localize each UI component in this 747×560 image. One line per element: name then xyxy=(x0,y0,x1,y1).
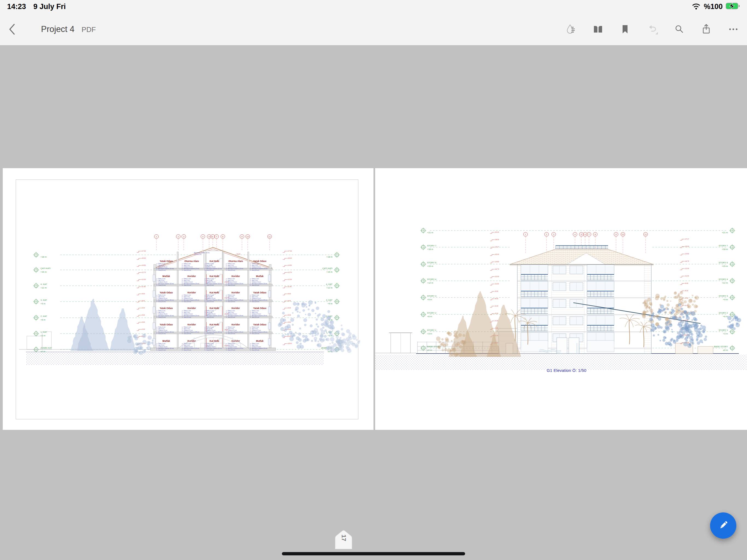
svg-text:ÇATI KATI: ÇATI KATI xyxy=(41,267,51,270)
two-page-view-button[interactable] xyxy=(592,23,604,35)
svg-text:STORY 6: STORY 6 xyxy=(719,261,728,264)
svg-text:Yatak Odası: Yatak Odası xyxy=(160,291,173,294)
svg-text:Koridor: Koridor xyxy=(187,275,196,278)
svg-text:+3 m: +3 m xyxy=(41,334,45,337)
svg-text:Şap (3 cm): Şap (3 cm) xyxy=(206,265,213,266)
svg-text:Sıva (2.5 cm): Sıva (2.5 cm) xyxy=(158,270,166,271)
svg-text:Kat Holü: Kat Holü xyxy=(210,339,219,342)
svg-text:Parke (1 cm): Parke (1 cm) xyxy=(158,263,165,264)
title-group: Project 4 PDF xyxy=(41,24,96,34)
svg-text:4: 4 xyxy=(574,233,576,236)
more-button[interactable] xyxy=(727,23,740,35)
share-button[interactable] xyxy=(700,23,713,35)
svg-text:2. KAT: 2. KAT xyxy=(41,315,47,317)
svg-text:Şap (3 cm): Şap (3 cm) xyxy=(206,312,213,313)
svg-text:Şap (3 cm): Şap (3 cm) xyxy=(252,345,258,346)
svg-text:İzolasyon (5 cm): İzolasyon (5 cm) xyxy=(206,298,216,299)
svg-text:7: 7 xyxy=(216,235,217,238)
svg-text:STORY 3: STORY 3 xyxy=(719,295,728,297)
home-indicator[interactable] xyxy=(282,552,465,555)
svg-text:Şap (3 cm): Şap (3 cm) xyxy=(184,265,190,266)
svg-text:5: 5 xyxy=(209,235,210,238)
svg-text:İzolasyon (5 cm): İzolasyon (5 cm) xyxy=(252,330,261,331)
svg-text:Mutfak: Mutfak xyxy=(256,275,264,278)
svg-text:Parke (1 cm): Parke (1 cm) xyxy=(158,295,165,296)
svg-text:STORY 3: STORY 3 xyxy=(427,295,436,297)
svg-text:Betonarme Döşeme (15 cm): Betonarme Döşeme (15 cm) xyxy=(206,283,222,284)
document-title: Project 4 xyxy=(41,24,74,34)
chevron-left-icon xyxy=(8,32,16,36)
svg-text:Betonarme Döşeme (15 cm): Betonarme Döşeme (15 cm) xyxy=(184,283,199,284)
svg-text:+18.00: +18.00 xyxy=(236,253,240,255)
pdf-page-left[interactable]: 1234567891011+18 m+18 mÇATI KATI+15 mÇAT… xyxy=(3,168,374,430)
svg-text:Betonarme Döşeme (15 cm): Betonarme Döşeme (15 cm) xyxy=(206,299,222,301)
bookmark-button[interactable] xyxy=(619,23,632,35)
status-left: 14:23 9 July Fri xyxy=(7,2,66,11)
svg-text:Sıva (2.5 cm): Sıva (2.5 cm) xyxy=(158,333,166,334)
svg-text:Betonarme Döşeme (15 cm): Betonarme Döşeme (15 cm) xyxy=(252,268,267,269)
svg-text:Betonarme Döşeme (15 cm): Betonarme Döşeme (15 cm) xyxy=(184,331,199,333)
status-time: 14:23 xyxy=(7,2,26,11)
svg-text:Şap (3 cm): Şap (3 cm) xyxy=(184,280,190,281)
svg-text:STORY 7: STORY 7 xyxy=(427,245,436,247)
svg-text:+8.00: +8.00 xyxy=(494,298,498,299)
pdf-page-right[interactable]: 1234567891011+21 m+21 mSTORY 7+18 mSTORY… xyxy=(375,168,747,430)
elevation-drawing: 1234567891011+21 m+21 mSTORY 7+18 mSTORY… xyxy=(375,168,747,430)
svg-text:Sıva (2.5 cm): Sıva (2.5 cm) xyxy=(228,350,235,351)
svg-text:Betonarme Döşeme (15 cm): Betonarme Döşeme (15 cm) xyxy=(184,315,199,316)
svg-text:Şap (3 cm): Şap (3 cm) xyxy=(228,312,234,313)
wifi-icon xyxy=(692,2,701,11)
svg-text:Sıva (2.5 cm): Sıva (2.5 cm) xyxy=(158,285,166,286)
svg-text:Sıva (2.5 cm): Sıva (2.5 cm) xyxy=(252,350,259,351)
svg-text:+15.00: +15.00 xyxy=(494,253,499,255)
svg-text:Sıva (2.5 cm): Sıva (2.5 cm) xyxy=(158,316,166,318)
svg-text:Sıva (2.5 cm): Sıva (2.5 cm) xyxy=(228,301,235,302)
svg-text:STORY 4: STORY 4 xyxy=(427,278,436,281)
svg-text:Şap (3 cm): Şap (3 cm) xyxy=(252,265,258,266)
svg-text:3. KAT: 3. KAT xyxy=(41,299,47,301)
svg-text:±0 m: ±0 m xyxy=(723,349,728,351)
svg-text:+3 m: +3 m xyxy=(427,332,432,335)
svg-text:Sıva (2.5 cm): Sıva (2.5 cm) xyxy=(228,316,235,318)
svg-text:Betonarme Döşeme (15 cm): Betonarme Döşeme (15 cm) xyxy=(158,268,174,269)
more-icon xyxy=(727,32,740,36)
svg-text:Betonarme Döşeme (15 cm): Betonarme Döşeme (15 cm) xyxy=(158,283,174,284)
svg-text:±0 m: ±0 m xyxy=(427,349,432,351)
search-button[interactable] xyxy=(673,23,686,35)
section-drawing: 1234567891011+18 m+18 mÇATI KATI+15 mÇAT… xyxy=(3,168,374,430)
svg-text:+12.70: +12.70 xyxy=(685,260,689,262)
undo-button[interactable] xyxy=(646,23,659,35)
svg-text:Şap (3 cm): Şap (3 cm) xyxy=(158,345,164,346)
svg-text:8: 8 xyxy=(595,233,596,236)
svg-text:+24.00: +24.00 xyxy=(494,231,499,233)
svg-text:STORY 2: STORY 2 xyxy=(427,312,436,314)
liquid-mode-button[interactable] xyxy=(565,23,577,35)
svg-text:+6 m: +6 m xyxy=(427,315,432,318)
svg-text:İzolasyon (5 cm): İzolasyon (5 cm) xyxy=(184,330,193,331)
page-number-tab[interactable]: 17 xyxy=(335,530,352,549)
svg-text:Betonarme Döşeme (15 cm): Betonarme Döşeme (15 cm) xyxy=(206,315,222,316)
svg-text:STORY 2: STORY 2 xyxy=(719,312,728,314)
svg-text:+17.17: +17.17 xyxy=(494,246,499,248)
status-right: %100 xyxy=(692,2,740,11)
svg-text:+15.00: +15.00 xyxy=(685,246,689,247)
svg-text:Sıva (2.5 cm): Sıva (2.5 cm) xyxy=(206,285,214,286)
svg-text:+15 m: +15 m xyxy=(327,271,333,273)
svg-text:7: 7 xyxy=(588,233,590,236)
svg-text:1: 1 xyxy=(525,233,526,236)
svg-text:Koridor: Koridor xyxy=(232,275,240,278)
document-type-badge: PDF xyxy=(81,25,96,34)
svg-text:İzolasyon (5 cm): İzolasyon (5 cm) xyxy=(158,298,168,299)
back-button[interactable] xyxy=(8,23,16,36)
svg-text:Betonarme Döşeme (15 cm): Betonarme Döşeme (15 cm) xyxy=(158,331,174,333)
svg-text:İzolasyon (5 cm): İzolasyon (5 cm) xyxy=(184,266,193,268)
svg-text:Parke (1 cm): Parke (1 cm) xyxy=(252,327,259,328)
svg-text:Şap (3 cm): Şap (3 cm) xyxy=(228,296,234,298)
annotate-fab[interactable] xyxy=(710,512,736,539)
svg-text:Koridor: Koridor xyxy=(232,323,240,326)
svg-text:Betonarme Döşeme (15 cm): Betonarme Döşeme (15 cm) xyxy=(194,252,210,253)
svg-text:Betonarme Döşeme (15 cm): Betonarme Döşeme (15 cm) xyxy=(158,299,174,301)
svg-text:İzolasyon (5 cm): İzolasyon (5 cm) xyxy=(184,313,193,315)
battery-percent: %100 xyxy=(704,2,723,11)
svg-text:+15.00: +15.00 xyxy=(287,257,292,259)
